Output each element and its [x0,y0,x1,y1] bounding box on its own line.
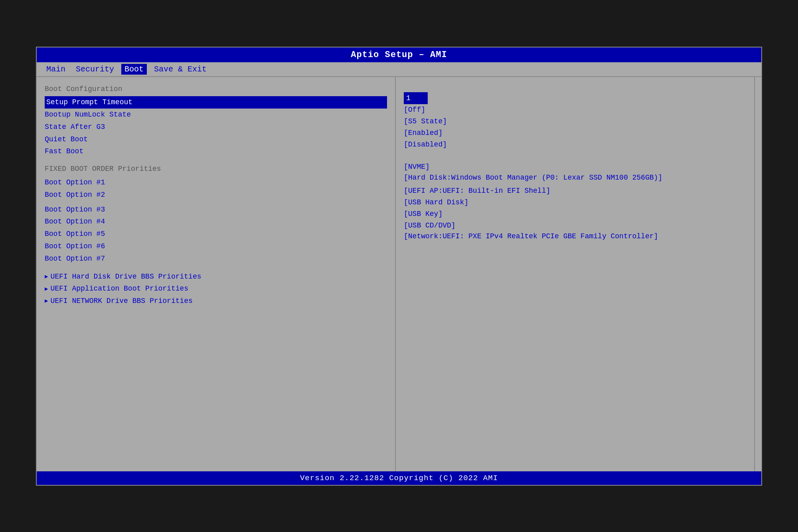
menu-fast-boot[interactable]: Fast Boot [45,145,387,158]
value-boot-opt-6: [USB CD/DVD] [404,220,746,231]
menu-uefi-app-boot[interactable]: UEFI Application Boot Priorities [45,283,387,295]
menu-boot-opt-4[interactable]: Boot Option #4 [45,216,387,228]
section-title: Boot Configuration [45,83,387,95]
footer-text: Version 2.22.1282 Copyright (C) 2022 AMI [300,474,498,483]
right-panel: 1 [Off] [S5 State] [Enabled] [Disabled] … [396,77,755,471]
nav-boot[interactable]: Boot [121,64,147,75]
nav-security[interactable]: Security [73,64,117,75]
menu-uefi-network-bbs[interactable]: UEFI NETWORK Drive BBS Priorities [45,295,387,307]
value-boot-opt-5: [USB Key] [404,208,746,220]
nav-save-exit[interactable]: Save & Exit [151,64,210,75]
menu-uefi-hdd-bbs[interactable]: UEFI Hard Disk Drive BBS Priorities [45,271,387,283]
value-boot-opt-1: [NVME] [404,161,746,173]
input-setup-prompt[interactable]: 1 [404,92,428,105]
fixed-boot-title: FIXED BOOT ORDER Priorities [45,163,387,175]
menu-boot-opt-2[interactable]: Boot Option #2 [45,189,387,201]
value-quiet-boot: [Enabled] [404,127,746,139]
value-setup-prompt: 1 [404,92,746,105]
footer-bar: Version 2.22.1282 Copyright (C) 2022 AMI [37,471,761,485]
value-fast-boot: [Disabled] [404,139,746,150]
nav-main[interactable]: Main [43,64,69,75]
title-text: Aptio Setup – AMI [351,50,447,60]
help-panel: Number of seconds to wait for setup acti… [755,77,761,471]
nav-bar: Main Security Boot Save & Exit [37,62,761,77]
menu-setup-prompt-timeout[interactable]: Setup Prompt Timeout [45,96,387,109]
menu-bootup-numlock[interactable]: Bootup NumLock State [45,109,387,121]
value-numlock: [Off] [404,104,746,116]
left-panel: Boot Configuration Setup Prompt Timeout … [37,77,396,471]
bios-window: Aptio Setup – AMI Main Security Boot Sav… [36,47,762,486]
menu-boot-opt-1[interactable]: Boot Option #1 [45,176,387,189]
menu-quiet-boot[interactable]: Quiet Boot [45,133,387,146]
value-boot-opt-2: [Hard Disk:Windows Boot Manager (P0: Lex… [404,173,746,185]
value-state-g3: [S5 State] [404,116,746,127]
menu-state-after-g3[interactable]: State After G3 [45,121,387,133]
main-content: Boot Configuration Setup Prompt Timeout … [37,77,761,471]
value-boot-opt-3: [UEFI AP:UEFI: Built-in EFI Shell] [404,185,746,197]
value-boot-opt-7: [Network:UEFI: PXE IPv4 Realtek PCIe GBE… [404,231,746,241]
menu-boot-opt-6[interactable]: Boot Option #6 [45,240,387,253]
menu-boot-opt-3[interactable]: Boot Option #3 [45,204,387,216]
title-bar: Aptio Setup – AMI [37,47,761,62]
menu-boot-opt-5[interactable]: Boot Option #5 [45,228,387,240]
menu-boot-opt-7[interactable]: Boot Option #7 [45,253,387,265]
value-boot-opt-4: [USB Hard Disk] [404,197,746,208]
